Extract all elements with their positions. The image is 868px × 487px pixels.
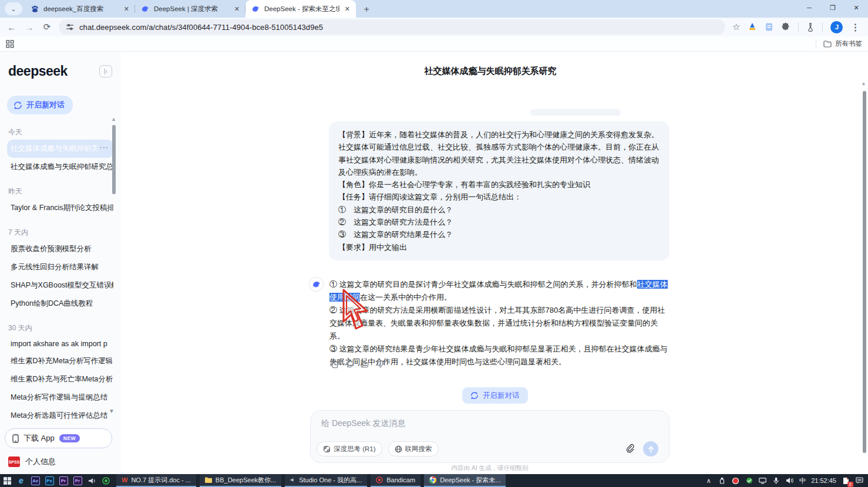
page-scroll-up-icon[interactable]: ▲ <box>861 80 866 86</box>
browser-menu-icon[interactable]: ⋮ <box>850 22 860 33</box>
copy-icon[interactable] <box>329 359 339 369</box>
history-item[interactable]: 社交媒体成瘾与失眠抑郁研究总 <box>7 158 113 176</box>
window-restore-button[interactable]: ❐ <box>821 0 845 15</box>
history-item[interactable]: 维生素D补充Meta分析写作逻辑 <box>7 352 113 370</box>
tray-volume-icon[interactable] <box>786 476 794 485</box>
address-bar[interactable]: chat.deepseek.com/a/chat/s/34f00644-7711… <box>59 19 725 35</box>
start-new-chat-button[interactable]: 开启新对话 <box>462 387 528 404</box>
tray-expand-icon[interactable]: ∧ <box>705 476 713 485</box>
user-message-paragraph: 【任务】请仔细阅读这篇文章，分别用一句话总结出： <box>338 191 660 203</box>
back-icon[interactable]: ← <box>6 22 18 32</box>
assistant-avatar <box>309 277 324 292</box>
composer-placeholder[interactable]: 给 DeepSeek 发送消息 <box>321 418 405 429</box>
taskbar-window-studio-one[interactable]: Studio One - 我的高... <box>285 474 367 487</box>
browser-tab-deepseek-home[interactable]: DeepSeek | 深度求索 ✕ <box>135 0 245 18</box>
history-item-selected[interactable]: 社交媒体成瘾与失眠抑郁关 ··· <box>7 140 113 158</box>
taskbar-studio-one-quicklaunch-icon[interactable] <box>85 474 99 487</box>
composer-toggles: 深度思考 (R1) 联网搜索 <box>317 441 439 456</box>
tab-close-icon[interactable]: ✕ <box>123 5 130 13</box>
extensions-puzzle-icon[interactable] <box>781 22 790 32</box>
new-chat-icon <box>470 391 479 400</box>
tab-close-icon[interactable]: ✕ <box>344 5 351 13</box>
regenerate-icon[interactable] <box>345 359 355 369</box>
history-item-title: Taylor & Francis期刊论文投稿排 <box>11 204 113 212</box>
extension-flask-icon[interactable] <box>806 23 815 32</box>
extension-scope-icon[interactable] <box>748 22 757 32</box>
user-message-paragraph: ② 这篇文章的研究方法是什么？ <box>338 216 660 228</box>
tray-bandicam-record-icon[interactable] <box>732 476 740 485</box>
send-arrow-icon <box>647 445 655 453</box>
browser-tab-deepseek-chat[interactable]: DeepSeek - 探索未至之境 ✕ <box>245 0 356 18</box>
tray-display-icon[interactable] <box>759 476 767 485</box>
tray-app-with-badge-icon[interactable]: 2 <box>842 476 850 485</box>
window-close-button[interactable]: ✕ <box>845 0 868 15</box>
chat-history-list: 今天 社交媒体成瘾与失眠抑郁关 ··· 社交媒体成瘾与失眠抑郁研究总 昨天 Ta… <box>0 114 120 425</box>
profile-entry[interactable]: SPSS 个人信息 <box>8 456 56 467</box>
message-composer[interactable]: 给 DeepSeek 发送消息 深度思考 (R1) 联网搜索 <box>310 410 669 463</box>
web-search-toggle[interactable]: 联网搜索 <box>388 441 439 456</box>
taskbar-record-icon[interactable] <box>99 474 113 487</box>
history-item[interactable]: 多元线性回归分析结果详解 <box>7 258 113 276</box>
browser-tab-baidu[interactable]: deepseek_百度搜索 ✕ <box>25 0 135 18</box>
assistant-text: ① 这篇文章的研究目的是探讨青少年社交媒体成瘾与失眠和抑郁之间的关系，并分析抑郁… <box>329 280 637 289</box>
site-settings-icon[interactable] <box>66 23 74 31</box>
taskbar-ie-icon[interactable]: e <box>14 474 28 487</box>
browser-tabstrip: ⌄ deepseek_百度搜索 ✕ DeepSeek | 深度求索 ✕ Deep… <box>0 0 868 18</box>
highlighted-mouse-cursor <box>339 288 371 334</box>
item-more-icon[interactable]: ··· <box>100 143 109 151</box>
screen: ⌄ deepseek_百度搜索 ✕ DeepSeek | 深度求索 ✕ Deep… <box>0 0 868 487</box>
tab-search-chevron-icon[interactable]: ⌄ <box>5 2 22 15</box>
history-item[interactable]: SHAP与XGBoost模型交互错误解 <box>7 276 113 295</box>
taskbar-window-word-doc[interactable]: W NO.7 提示词.doc - ... <box>116 474 196 487</box>
new-chat-button[interactable]: 开启新对话 <box>7 96 73 114</box>
history-item[interactable]: Meta分析写作逻辑与提纲总结 <box>7 388 113 407</box>
deep-think-toggle[interactable]: 深度思考 (R1) <box>317 441 382 456</box>
sidebar-chevron-down-icon[interactable]: ▼ <box>109 408 115 414</box>
history-item[interactable]: 维生素D补充与死亡率Meta分析 <box>7 370 113 388</box>
forward-icon[interactable]: → <box>23 22 35 32</box>
taskbar-window-bandicam[interactable]: Bandicam <box>371 474 420 487</box>
page-scrollbar[interactable] <box>863 91 866 453</box>
send-button[interactable] <box>643 441 658 456</box>
history-item[interactable]: Taylor & Francis期刊论文投稿排 <box>7 199 113 217</box>
reload-icon[interactable]: ⟳ <box>41 22 53 32</box>
badge-count: 2 <box>847 482 853 487</box>
taskbar-after-effects-icon[interactable]: Ae <box>28 474 42 487</box>
thumbs-up-icon[interactable] <box>360 359 370 369</box>
taskbar-window-chrome-deepseek[interactable]: DeepSeek - 探索未... <box>424 474 506 487</box>
extension-notes-icon[interactable] <box>765 22 773 32</box>
tray-usb-icon[interactable] <box>718 476 726 485</box>
sidebar-scrollbar[interactable] <box>112 125 116 194</box>
history-item-title: 维生素D补充Meta分析写作逻辑 <box>11 357 113 365</box>
tray-network-green-icon[interactable] <box>745 476 753 485</box>
all-bookmarks[interactable]: 所有书签 <box>816 39 862 48</box>
tray-ime-indicator[interactable]: 中 <box>799 476 806 485</box>
sidebar-scroll-up-icon[interactable]: ▲ <box>111 116 116 122</box>
history-item[interactable]: Python绘制DCA曲线教程 <box>7 295 113 313</box>
deep-think-label: 深度思考 (R1) <box>334 445 376 454</box>
attach-paperclip-icon[interactable] <box>624 443 636 455</box>
apps-grid-icon[interactable] <box>6 40 14 48</box>
new-tab-button[interactable]: ＋ <box>359 2 374 16</box>
taskbar-premiere-icon[interactable]: Pr <box>56 474 70 487</box>
sidebar-collapse-icon[interactable]: |‹ <box>99 65 112 77</box>
tab-title: deepseek_百度搜索 <box>43 5 119 13</box>
history-item[interactable]: import akshare as ak import p <box>7 336 113 352</box>
history-item[interactable]: 股票收盘价预测模型分析 <box>7 240 113 258</box>
taskbar-photoshop-icon[interactable]: Ps <box>42 474 56 487</box>
window-minimize-button[interactable]: ─ <box>798 0 821 15</box>
taskbar-window-folder[interactable]: BB_DeepSeek教你... <box>200 474 281 487</box>
tab-title: DeepSeek - 探索未至之境 <box>264 5 339 13</box>
profile-avatar[interactable]: J <box>830 21 843 33</box>
start-button[interactable] <box>0 474 14 487</box>
tab-close-icon[interactable]: ✕ <box>233 5 241 13</box>
tray-microphone-icon[interactable] <box>772 476 780 485</box>
action-center-icon[interactable] <box>855 476 863 485</box>
bookmark-star-icon[interactable]: ☆ <box>732 22 740 32</box>
chat-title: 社交媒体成瘾与失眠抑郁关系研究 <box>120 66 860 77</box>
thumbs-down-icon[interactable] <box>375 359 385 369</box>
taskbar-premiere-2-icon[interactable]: Pr <box>70 474 85 487</box>
tray-clock[interactable]: 21:52:45 <box>811 477 836 484</box>
history-item[interactable]: Meta分析选题可行性评估总结 <box>7 407 113 425</box>
download-app-button[interactable]: 下载 App NEW <box>5 428 112 448</box>
